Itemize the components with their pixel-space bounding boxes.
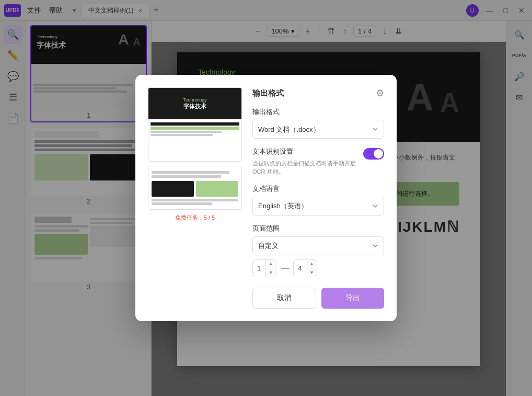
ocr-toggle-row: 文本识别设置 当被转换的文档是扫描文档时请手动开启 OCR 功能。 — [252, 147, 384, 176]
ocr-label: 文本识别设置 — [252, 147, 359, 156]
format-label: 输出格式 — [252, 107, 384, 117]
modal-buttons: 取消 导出 — [252, 288, 384, 309]
ocr-row: 文本识别设置 当被转换的文档是扫描文档时请手动开启 OCR 功能。 — [252, 147, 384, 176]
page-from-input[interactable]: 1 ▲ ▼ — [252, 259, 276, 277]
page-range-label: 页面范围 — [252, 224, 384, 233]
preview-bar-green — [151, 127, 239, 130]
page-to-arrows[interactable]: ▲ ▼ — [306, 259, 317, 277]
preview-bar-grey2 — [151, 134, 213, 136]
language-select[interactable]: English（英语）中文（简体）中文（繁体）日本語한국어 — [252, 197, 384, 216]
page-from-up-arrow[interactable]: ▲ — [265, 259, 276, 268]
language-row: 文档语言 English（英语）中文（简体）中文（繁体）日本語한국어 — [252, 184, 384, 216]
page-range-select[interactable]: 全部自定义奇数页偶数页 — [252, 236, 384, 255]
preview-bar-dark — [151, 122, 239, 126]
ocr-hint: 当被转换的文档是扫描文档时请手动开启 OCR 功能。 — [252, 160, 359, 176]
p2-line3 — [152, 199, 238, 201]
modal-overlay: Technology 字体技术 — [0, 0, 532, 396]
page-from-value: 1 — [253, 264, 265, 272]
p2-line1 — [152, 171, 229, 174]
settings-gear-icon[interactable]: ⚙ — [376, 87, 384, 99]
ocr-toggle[interactable] — [363, 148, 384, 160]
export-modal: Technology 字体技术 — [135, 75, 397, 321]
modal-title: 输出格式 — [252, 88, 284, 98]
p2-line2 — [152, 175, 221, 178]
toggle-knob — [374, 149, 383, 159]
page-to-down-arrow[interactable]: ▼ — [306, 268, 317, 277]
free-tasks-badge: 免费任务：5 / 5 — [148, 214, 242, 222]
page-range-inputs: 1 ▲ ▼ — 4 ▲ ▼ — [252, 259, 384, 277]
modal-form: 输出格式 ⚙ 输出格式 Word 文档（.docx）Excel 表格（.xlsx… — [252, 87, 384, 309]
page-to-up-arrow[interactable]: ▲ — [306, 259, 317, 268]
format-row: 输出格式 Word 文档（.docx）Excel 表格（.xlsx）PowerP… — [252, 107, 384, 139]
p2-green-block — [196, 181, 238, 197]
ocr-info: 文本识别设置 当被转换的文档是扫描文档时请手动开启 OCR 功能。 — [252, 147, 359, 176]
cancel-button[interactable]: 取消 — [252, 288, 316, 309]
page-to-value: 4 — [294, 264, 306, 272]
preview-page2 — [148, 166, 242, 210]
preview-page2-content — [148, 166, 241, 209]
modal-preview: Technology 字体技术 — [148, 87, 242, 309]
preview-tech: Technology — [183, 97, 207, 103]
p2-dark-block — [152, 181, 194, 197]
preview-header: Technology 字体技术 — [148, 88, 241, 119]
export-button[interactable]: 导出 — [321, 288, 384, 309]
preview-bar-grey1 — [151, 131, 222, 133]
format-select[interactable]: Word 文档（.docx）Excel 表格（.xlsx）PowerPoint（… — [252, 120, 384, 139]
language-label: 文档语言 — [252, 184, 384, 194]
page-range-row: 页面范围 全部自定义奇数页偶数页 1 ▲ ▼ — 4 ▲ — [252, 224, 384, 277]
preview-title: 字体技术 — [183, 103, 207, 110]
p2-line4 — [152, 202, 212, 205]
range-dash: — — [281, 264, 289, 273]
preview-body — [148, 119, 241, 161]
page-to-input[interactable]: 4 ▲ ▼ — [293, 259, 317, 277]
page-from-arrows[interactable]: ▲ ▼ — [265, 259, 276, 277]
p2-blocks — [152, 181, 238, 197]
preview-doc: Technology 字体技术 — [148, 87, 242, 162]
page-from-down-arrow[interactable]: ▼ — [265, 268, 276, 277]
